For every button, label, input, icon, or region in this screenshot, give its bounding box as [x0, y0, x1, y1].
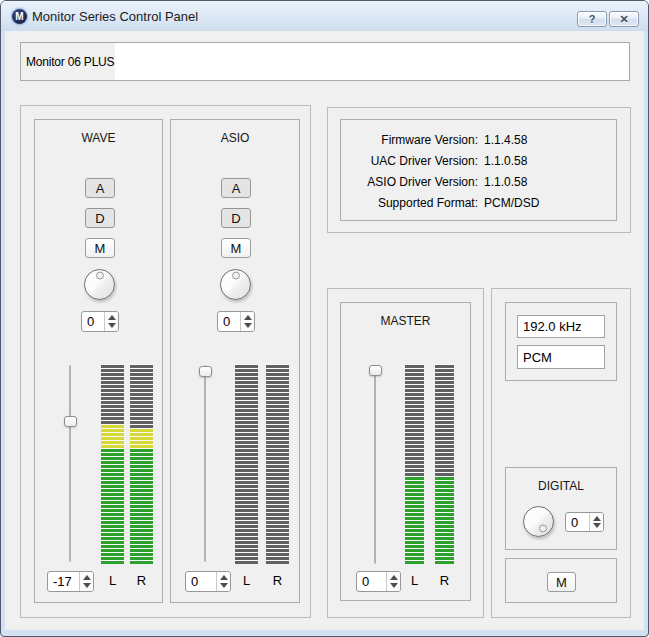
asio-balance-spin-arrows[interactable] — [240, 312, 254, 331]
device-list-item-selected[interactable]: Monitor 06 PLUS — [21, 43, 115, 80]
asio-volume-slider-thumb[interactable] — [199, 366, 212, 377]
asio-meter-right-label: R — [266, 573, 289, 588]
digital-spin-value: 0 — [571, 513, 588, 531]
wave-volume-slider-track[interactable] — [69, 365, 71, 562]
asio-volume-spinbox[interactable]: 0 — [185, 571, 231, 592]
info-row-firmware: Firmware Version: 1.1.4.58 — [341, 130, 616, 151]
wave-volume-slider-thumb[interactable] — [64, 416, 77, 427]
asio-balance-spinbox[interactable]: 0 — [217, 311, 255, 332]
wave-meter-right-label: R — [130, 573, 153, 588]
asio-volume-spin-arrows[interactable] — [216, 572, 230, 591]
asio-group: ASIO A D M 0 0 L R — [170, 119, 300, 603]
sample-rate-field: 192.0 kHz — [517, 315, 605, 338]
wave-volume-spin-arrows[interactable] — [79, 572, 93, 591]
supported-format-label: Supported Format: — [341, 196, 478, 210]
wave-volume-spinbox[interactable]: -17 — [47, 571, 94, 592]
wave-meter-left — [101, 364, 124, 564]
digital-knob[interactable] — [523, 506, 554, 537]
uac-driver-version-value: 1.1.0.58 — [484, 154, 527, 168]
firmware-version-value: 1.1.4.58 — [484, 133, 527, 147]
app-logo-letter: M — [15, 11, 23, 22]
app-logo-icon: M — [12, 9, 27, 24]
asio-digital-button[interactable]: D — [221, 208, 251, 228]
asio-group-title: ASIO — [171, 131, 299, 145]
wave-balance-knob[interactable] — [84, 269, 115, 300]
asio-meter-left — [235, 364, 258, 564]
master-group: MASTER 0 L R — [340, 302, 471, 601]
digital-group: DIGITAL 0 — [505, 467, 617, 550]
wave-digital-button[interactable]: D — [85, 208, 115, 228]
format-field: PCM — [517, 345, 605, 369]
supported-format-value: PCM/DSD — [484, 196, 539, 210]
master-volume-spin-arrows[interactable] — [386, 572, 400, 591]
wave-group: WAVE A D M 0 -17 L R — [34, 119, 163, 603]
asio-volume-slider-track[interactable] — [204, 365, 206, 562]
master-group-title: MASTER — [341, 314, 470, 328]
close-icon: ✕ — [619, 13, 628, 26]
wave-meter-left-label: L — [101, 573, 124, 588]
digital-spin-arrows[interactable] — [589, 513, 603, 531]
wave-analog-button[interactable]: A — [85, 178, 115, 198]
digital-spinbox[interactable]: 0 — [565, 512, 604, 532]
device-list[interactable]: Monitor 06 PLUS — [20, 42, 630, 81]
help-icon: ? — [589, 13, 596, 25]
master-mute-button[interactable]: M — [547, 572, 576, 592]
info-box: Firmware Version: 1.1.4.58 UAC Driver Ve… — [340, 119, 617, 221]
master-meter-left-label: L — [405, 573, 424, 588]
wave-balance-spinbox[interactable]: 0 — [81, 311, 119, 332]
master-volume-slider-track[interactable] — [374, 367, 376, 564]
asio-volume-value: 0 — [191, 572, 215, 591]
titlebar: M Monitor Series Control Panel ? ✕ — [1, 1, 648, 31]
asio-driver-version-label: ASIO Driver Version: — [341, 175, 478, 189]
wave-balance-value: 0 — [87, 312, 103, 331]
master-meter-right — [435, 364, 454, 564]
asio-balance-knob[interactable] — [220, 269, 251, 300]
master-meter-right-label: R — [435, 573, 454, 588]
wave-volume-value: -17 — [53, 572, 78, 591]
digital-group-title: DIGITAL — [506, 479, 616, 493]
asio-balance-value: 0 — [223, 312, 239, 331]
info-row-uac-driver: UAC Driver Version: 1.1.0.58 — [341, 151, 616, 172]
asio-analog-button[interactable]: A — [221, 178, 251, 198]
info-row-supported-format: Supported Format: PCM/DSD — [341, 192, 616, 213]
asio-meter-left-label: L — [235, 573, 258, 588]
window-title: Monitor Series Control Panel — [32, 1, 198, 31]
firmware-version-label: Firmware Version: — [341, 133, 478, 147]
uac-driver-version-label: UAC Driver Version: — [341, 154, 478, 168]
help-button[interactable]: ? — [577, 11, 607, 27]
wave-balance-spin-arrows[interactable] — [104, 312, 118, 331]
master-volume-value: 0 — [362, 572, 385, 591]
wave-mute-button[interactable]: M — [85, 238, 115, 258]
info-row-asio-driver: ASIO Driver Version: 1.1.0.58 — [341, 172, 616, 193]
asio-driver-version-value: 1.1.0.58 — [484, 175, 527, 189]
mute-group: M — [505, 558, 617, 603]
master-volume-slider-thumb[interactable] — [369, 365, 382, 376]
stream-status-box: 192.0 kHz PCM — [505, 302, 617, 381]
wave-meter-right — [130, 364, 153, 564]
window: M Monitor Series Control Panel ? ✕ Monit… — [0, 0, 649, 637]
asio-meter-right — [266, 364, 289, 564]
asio-mute-button[interactable]: M — [221, 238, 251, 258]
master-meter-left — [405, 364, 424, 564]
close-button[interactable]: ✕ — [609, 11, 639, 27]
master-volume-spinbox[interactable]: 0 — [356, 571, 401, 592]
wave-group-title: WAVE — [35, 131, 162, 145]
